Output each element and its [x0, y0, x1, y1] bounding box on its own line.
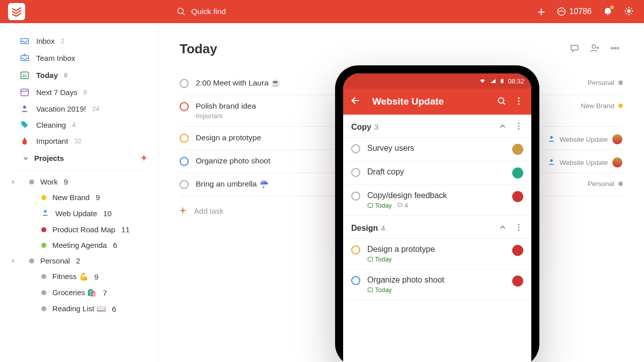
mobile-more-button[interactable]	[510, 96, 527, 108]
task-title: Polish brand idea	[196, 102, 256, 111]
task-checkbox[interactable]	[351, 192, 360, 201]
sidebar-priority-important[interactable]: Important 32	[0, 133, 158, 149]
project-count: 6	[113, 241, 117, 249]
mobile-task-row[interactable]: Draft copy	[343, 161, 531, 185]
project-dot	[618, 104, 623, 108]
task-checkbox[interactable]	[180, 79, 189, 88]
subproject-item[interactable]: New Brand9	[0, 190, 158, 205]
sidebar-inbox[interactable]: Inbox 2	[0, 32, 158, 49]
task-checkbox[interactable]	[351, 168, 360, 177]
task-project: Website Update	[559, 159, 608, 166]
svg-rect-30	[368, 257, 373, 261]
subproject-item[interactable]: Reading List 📖6	[0, 301, 158, 317]
share-button[interactable]	[590, 43, 600, 55]
settings-button[interactable]	[624, 6, 634, 18]
svg-point-22	[518, 103, 519, 105]
karma-counter[interactable]: 10786	[556, 7, 592, 17]
mobile-status-bar: 08:32	[343, 73, 531, 88]
svg-point-9	[23, 106, 26, 109]
more-button[interactable]	[610, 43, 620, 55]
more-vert-icon	[514, 223, 523, 232]
sidebar-label-cleaning[interactable]: Cleaning 4	[0, 117, 158, 133]
mobile-section-header[interactable]: Copy3	[343, 115, 531, 138]
sidebar-filter-vacation[interactable]: Vacation 2019! 24	[0, 101, 158, 117]
task-checkbox[interactable]	[180, 180, 189, 189]
project-label: Product Road Map	[52, 225, 115, 234]
collapse-button[interactable]	[498, 223, 507, 233]
comment-count: 4	[397, 202, 408, 209]
project-dot	[618, 182, 623, 186]
subproject-item[interactable]: Meeting Agenda6	[0, 237, 158, 253]
task-checkbox[interactable]	[351, 276, 360, 285]
svg-point-2	[557, 8, 565, 16]
task-checkbox[interactable]	[180, 102, 189, 111]
collapse-button[interactable]	[498, 122, 507, 132]
sidebar-team-inbox[interactable]: Team Inbox	[0, 49, 158, 66]
comments-button[interactable]	[570, 43, 580, 55]
task-sublabel: Important	[196, 113, 256, 120]
section-more-button[interactable]	[514, 122, 523, 132]
chevron-right-icon	[10, 258, 16, 264]
svg-rect-17	[501, 79, 504, 83]
mobile-search-button[interactable]	[493, 96, 510, 108]
mobile-task-row[interactable]: Copy/design feedback Today 4	[343, 185, 531, 216]
task-checkbox[interactable]	[180, 157, 189, 166]
svg-rect-26	[368, 204, 373, 208]
sidebar-next7[interactable]: Next 7 Days 8	[0, 83, 158, 101]
mobile-section-header[interactable]: Design4	[343, 216, 531, 239]
task-checkbox[interactable]	[351, 245, 360, 254]
notifications-button[interactable]	[603, 6, 613, 18]
project-bullet	[41, 227, 46, 232]
plus-icon: +	[180, 204, 186, 217]
task-checkbox[interactable]	[351, 144, 360, 153]
add-task-label: Add task	[194, 207, 223, 215]
mobile-title: Website Update	[372, 96, 444, 107]
subproject-item[interactable]: Web Update10	[0, 205, 158, 222]
project-personal[interactable]: Personal 2	[0, 253, 158, 268]
signal-icon	[490, 78, 497, 84]
svg-point-15	[550, 136, 553, 138]
task-project: Personal	[588, 79, 614, 86]
subproject-item[interactable]: Fitness 💪9	[0, 268, 158, 285]
add-task-icon[interactable]: +	[537, 4, 545, 20]
assignee-icon	[547, 158, 555, 167]
section-more-button[interactable]	[514, 223, 523, 233]
subproject-item[interactable]: Product Road Map11	[0, 222, 158, 237]
person-icon	[41, 209, 49, 218]
svg-line-1	[183, 13, 185, 15]
assignee-icon	[547, 135, 555, 144]
sidebar-projects-header[interactable]: Projects +	[0, 149, 158, 167]
svg-point-3	[627, 10, 630, 12]
project-label: Groceries 🛍️	[52, 288, 97, 297]
svg-point-12	[611, 47, 613, 49]
mobile-task-row[interactable]: Survey users	[343, 138, 531, 161]
project-work[interactable]: Work 9	[0, 174, 158, 190]
back-button[interactable]	[347, 95, 364, 109]
more-vert-icon	[514, 96, 524, 106]
mobile-task-row[interactable]: Organize photo shoot Today	[343, 269, 531, 300]
due-badge: Today	[367, 287, 392, 294]
task-checkbox[interactable]	[180, 134, 189, 143]
wifi-icon	[478, 78, 487, 84]
task-title: Draft copy	[367, 167, 505, 176]
battery-icon	[500, 77, 505, 84]
more-vert-icon	[514, 122, 523, 131]
subproject-item[interactable]: Groceries 🛍️7	[0, 285, 158, 301]
karma-icon	[556, 7, 567, 17]
sidebar: Inbox 2 Team Inbox 21 Today 8 Next 7 Day…	[0, 23, 158, 362]
project-count: 9	[96, 193, 100, 202]
task-title: Organize photo shoot	[196, 156, 270, 165]
app-logo[interactable]	[8, 3, 25, 20]
quick-find[interactable]: Quick find	[176, 7, 226, 17]
avatar	[512, 276, 523, 287]
search-icon	[176, 7, 186, 17]
svg-point-23	[518, 123, 520, 124]
add-project-icon[interactable]: +	[141, 152, 147, 164]
mobile-preview: 08:32 Website Update Copy3Survey usersDr…	[335, 65, 539, 362]
svg-rect-31	[368, 288, 373, 292]
inbox-icon	[19, 36, 30, 46]
chevron-up-icon	[498, 223, 507, 232]
avatar	[512, 191, 523, 202]
sidebar-today[interactable]: 21 Today 8	[0, 66, 158, 83]
mobile-task-row[interactable]: Design a prototype Today	[343, 239, 531, 269]
